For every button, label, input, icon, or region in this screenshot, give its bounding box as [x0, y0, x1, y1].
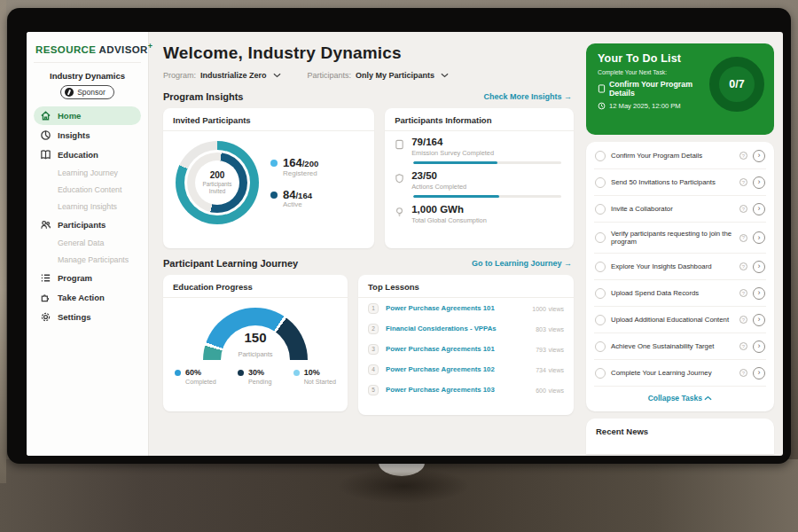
- help-icon[interactable]: ?: [739, 178, 747, 186]
- task-row: Achieve One Sustainability Target ? ›: [594, 333, 766, 360]
- progress-bar: [413, 161, 561, 165]
- help-icon[interactable]: ?: [739, 262, 747, 270]
- todo-progress-value: 0/7: [729, 78, 744, 90]
- section-title: Program Insights: [163, 91, 243, 102]
- gauge-center-value: 150: [203, 331, 308, 344]
- chevron-right-icon[interactable]: ›: [753, 150, 765, 162]
- check-more-insights-link[interactable]: Check More Insights →: [483, 92, 572, 101]
- help-icon[interactable]: ?: [739, 205, 747, 213]
- task-checkbox[interactable]: [595, 151, 606, 161]
- chevron-up-icon: [704, 395, 712, 401]
- task-checkbox[interactable]: [595, 177, 606, 188]
- participants-filter[interactable]: Participants: Only My Participants: [308, 71, 450, 80]
- go-to-learning-journey-link[interactable]: Go to Learning Journey →: [472, 259, 572, 268]
- lesson-row: 3 Power Purchase Agreements 101 793 view…: [358, 339, 574, 359]
- sidebar-item-home[interactable]: Home: [34, 106, 141, 125]
- sponsor-badge-icon: [65, 88, 74, 97]
- sidebar-item-insights[interactable]: Insights: [34, 126, 141, 145]
- lesson-row: 1 Power Purchase Agreements 101 1000 vie…: [358, 298, 574, 318]
- program-filter[interactable]: Program: Industrialize Zero: [163, 71, 281, 80]
- insights-cards-row: Invited Participants 200 Participants In…: [163, 108, 574, 248]
- stat-global-consumption: 1,000 GWh Total Global Consumption: [385, 199, 574, 224]
- arrow-right-icon: →: [564, 259, 572, 268]
- sidebar-item-label: Program: [58, 273, 92, 283]
- chevron-right-icon[interactable]: ›: [753, 261, 765, 273]
- legend-dot: [175, 370, 181, 376]
- help-icon[interactable]: ?: [739, 369, 747, 377]
- sidebar-item-label: Insights: [58, 130, 90, 140]
- page-title: Welcome, Industry Dynamics: [163, 43, 574, 63]
- card-title: Participants Information: [385, 108, 574, 131]
- chevron-right-icon[interactable]: ›: [753, 203, 765, 215]
- stat-actions-completed: 23/50 Actions Completed: [385, 165, 574, 198]
- legend-item-active: 84/164 Active: [270, 189, 318, 209]
- card-title: Invited Participants: [163, 108, 374, 131]
- insights-icon: [40, 129, 51, 141]
- chevron-right-icon[interactable]: ›: [753, 314, 765, 326]
- learning-journey-header: Participant Learning Journey Go to Learn…: [163, 258, 572, 269]
- help-icon[interactable]: ?: [739, 316, 747, 324]
- section-title: Participant Learning Journey: [163, 258, 298, 269]
- sidebar: RESOURCE ADVISOR+ Industry Dynamics Spon…: [27, 32, 149, 456]
- sidebar-item-manage-participants[interactable]: Manage Participants: [34, 252, 141, 268]
- lesson-link[interactable]: Power Purchase Agreements 101: [386, 345, 528, 353]
- sidebar-item-label: Education: [58, 150, 98, 160]
- sidebar-item-take-action[interactable]: Take Action: [34, 288, 141, 307]
- logo-part-dark: ADVISOR: [99, 44, 148, 55]
- task-checkbox[interactable]: [595, 368, 606, 379]
- task-row: Upload Additional Educational Content ? …: [594, 307, 766, 333]
- program-icon: [40, 272, 51, 284]
- task-row: Upload Spend Data Records ? ›: [594, 280, 766, 307]
- help-icon[interactable]: ?: [739, 342, 747, 350]
- lesson-link[interactable]: Financial Considerations - VPPAs: [386, 325, 528, 332]
- participants-filter-value: Only My Participants: [356, 71, 434, 80]
- chevron-down-icon: [441, 73, 449, 78]
- task-row: Explore Your Insights Dashboard ? ›: [594, 254, 766, 280]
- chevron-right-icon[interactable]: ›: [753, 176, 765, 189]
- task-checkbox[interactable]: [595, 288, 606, 299]
- collapse-tasks-link[interactable]: Collapse Tasks: [594, 387, 766, 411]
- legend-item-completed: 60%Completed: [175, 368, 216, 386]
- todo-title: Your To Do List: [598, 52, 709, 65]
- org-name: Industry Dynamics: [34, 71, 141, 81]
- chevron-right-icon[interactable]: ›: [753, 287, 765, 300]
- sidebar-item-learning-journey[interactable]: Learning Journey: [34, 165, 141, 181]
- todo-subtitle: Complete Your Next Task:: [598, 69, 709, 75]
- sponsor-badge[interactable]: Sponsor: [60, 85, 114, 99]
- sidebar-item-program[interactable]: Program: [34, 269, 141, 287]
- lesson-row: 2 Financial Considerations - VPPAs 803 v…: [358, 318, 574, 339]
- sidebar-item-label: Home: [58, 111, 81, 121]
- sidebar-item-learning-insights[interactable]: Learning Insights: [34, 199, 141, 215]
- help-icon[interactable]: ?: [739, 289, 747, 297]
- take-action-icon: [40, 292, 51, 303]
- sidebar-item-label: Take Action: [58, 293, 105, 302]
- chevron-right-icon[interactable]: ›: [753, 340, 765, 353]
- logo-part-green: RESOURCE: [35, 44, 96, 55]
- task-checkbox[interactable]: [595, 204, 606, 215]
- task-checkbox[interactable]: [595, 341, 606, 352]
- chevron-right-icon[interactable]: ›: [753, 231, 765, 244]
- task-checkbox[interactable]: [595, 262, 606, 272]
- settings-icon: [40, 311, 51, 323]
- task-checkbox[interactable]: [595, 315, 606, 325]
- lesson-link[interactable]: Power Purchase Agreements 103: [386, 386, 528, 394]
- card-title: Top Lessons: [358, 275, 574, 298]
- sidebar-nav: Home Insights Education Learning Journey…: [34, 106, 141, 326]
- sidebar-item-education-content[interactable]: Education Content: [34, 182, 141, 198]
- help-icon[interactable]: ?: [739, 234, 747, 242]
- chevron-right-icon[interactable]: ›: [753, 367, 765, 379]
- sidebar-item-participants[interactable]: Participants: [34, 215, 141, 234]
- todo-panel: Your To Do List Complete Your Next Task:…: [584, 32, 783, 456]
- sidebar-item-settings[interactable]: Settings: [34, 308, 141, 326]
- legend-dot: [270, 192, 278, 199]
- lesson-link[interactable]: Power Purchase Agreements 102: [386, 365, 528, 373]
- sidebar-item-education[interactable]: Education: [34, 145, 141, 164]
- program-filter-label: Program:: [163, 71, 196, 80]
- help-icon[interactable]: ?: [739, 152, 747, 160]
- lesson-row: 5 Power Purchase Agreements 103 600 view…: [358, 379, 574, 400]
- chevron-down-icon: [273, 73, 281, 78]
- task-checkbox[interactable]: [595, 232, 606, 243]
- sidebar-item-general-data[interactable]: General Data: [34, 235, 141, 251]
- legend-item-not-started: 10%Not Started: [293, 368, 336, 386]
- lesson-link[interactable]: Power Purchase Agreements 101: [386, 304, 525, 312]
